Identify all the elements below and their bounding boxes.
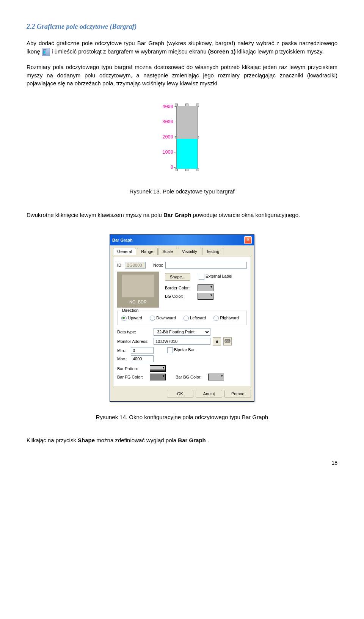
bar-bg-color-swatch[interactable] bbox=[208, 374, 224, 380]
bar-pattern-label: Bar Pattern: bbox=[117, 366, 147, 371]
shape-button[interactable]: Shape... bbox=[165, 273, 190, 281]
ok-button[interactable]: OK bbox=[167, 390, 193, 397]
figure-14-caption: Rysunek 14. Okno konfiguracyjne pola odc… bbox=[27, 413, 337, 421]
p4-e: . bbox=[207, 437, 209, 443]
p1-text-c: klikając lewym przyciskiem myszy. bbox=[237, 48, 324, 55]
bargraf-tick-label: 0 bbox=[157, 165, 173, 170]
paragraph-4: Klikając na przycisk Shape można zdefini… bbox=[27, 436, 337, 445]
data-type-select[interactable]: 32-Bit Floating Point bbox=[154, 328, 210, 336]
paragraph-3: Dwukrotne kliknięcie lewym klawiszem mys… bbox=[27, 211, 337, 219]
bargraf-tick-icon bbox=[174, 167, 176, 168]
monitor-label: Monitor Address: bbox=[117, 339, 151, 344]
direction-legend: Direction bbox=[121, 308, 140, 313]
external-label-checkbox[interactable] bbox=[199, 274, 204, 280]
dir-down-label: Downward bbox=[156, 316, 176, 320]
bargraf-tick-icon bbox=[174, 122, 176, 122]
help-button[interactable]: Pomoc bbox=[224, 390, 251, 397]
border-color-swatch[interactable] bbox=[198, 284, 213, 291]
bargraf-tick-label: 3000 bbox=[157, 119, 173, 125]
tab-scale[interactable]: Scale bbox=[158, 248, 177, 255]
figure-13-caption: Rysunek 13. Pole odczytowe typu bargraf bbox=[27, 187, 337, 196]
screen-ref: (Screen 1) bbox=[208, 48, 236, 55]
bargraph-dialog: Bar Graph ✕ General Range Scale Visibili… bbox=[110, 234, 254, 402]
note-label: Note: bbox=[153, 263, 163, 267]
bargraf-tick-label: 1000 bbox=[157, 150, 173, 155]
tab-visibility[interactable]: Visibility bbox=[178, 248, 201, 255]
id-label: ID: bbox=[117, 263, 122, 267]
shape-name: NO_BDR bbox=[129, 300, 147, 304]
dialog-titlebar[interactable]: Bar Graph ✕ bbox=[110, 235, 254, 245]
external-label-text: External Label bbox=[206, 274, 232, 278]
tab-range[interactable]: Range bbox=[137, 248, 157, 255]
cancel-button[interactable]: Anuluj bbox=[196, 390, 222, 397]
bar-bg-label: Bar BG Color: bbox=[176, 375, 206, 379]
note-field[interactable] bbox=[165, 262, 247, 269]
bargraf-tick-icon bbox=[174, 137, 176, 137]
monitor-address-field[interactable] bbox=[154, 338, 210, 345]
border-color-label: Border Color: bbox=[165, 286, 195, 290]
keyboard-icon[interactable]: ⌨ bbox=[223, 337, 232, 346]
p3-text-c: powoduje otwarcie okna konfiguracyjnego. bbox=[193, 212, 300, 218]
paragraph-2: Rozmiary pola odczytowego typu bargraf m… bbox=[27, 63, 337, 88]
close-icon[interactable]: ✕ bbox=[244, 236, 252, 244]
tabstrip: General Range Scale Visibility Testing bbox=[113, 248, 251, 255]
radio-upward[interactable] bbox=[121, 316, 127, 321]
direction-group: Direction Upward Downward Leftward Right… bbox=[117, 311, 247, 325]
min-label: Min.: bbox=[117, 348, 129, 353]
p4-b: Shape bbox=[78, 437, 95, 443]
tab-general[interactable]: General bbox=[113, 248, 136, 255]
dir-left-label: Leftward bbox=[190, 316, 206, 320]
bar-fg-label: Bar FG Color: bbox=[117, 375, 147, 379]
radio-rightward[interactable] bbox=[213, 316, 219, 321]
tab-testing[interactable]: Testing bbox=[202, 248, 224, 255]
bargraf-gauge: 4000 3000 2000 1000 0 bbox=[157, 103, 207, 175]
bar-pattern-swatch[interactable] bbox=[150, 365, 166, 372]
p4-d: Bar Graph bbox=[178, 437, 206, 443]
bipolar-checkbox[interactable] bbox=[167, 347, 173, 353]
radio-leftward[interactable] bbox=[184, 316, 189, 321]
bg-color-swatch[interactable] bbox=[198, 293, 213, 300]
shape-preview-inner bbox=[122, 275, 154, 297]
bargraf-fill bbox=[177, 139, 198, 169]
page-number: 18 bbox=[27, 460, 337, 466]
p3-text-a: Dwukrotne kliknięcie lewym klawiszem mys… bbox=[27, 212, 163, 218]
max-field[interactable] bbox=[131, 355, 154, 362]
shape-preview: NO_BDR bbox=[117, 272, 159, 308]
bargraph-tool-icon bbox=[42, 48, 50, 56]
bargraf-column bbox=[176, 106, 198, 169]
bg-color-label: BG Color: bbox=[165, 294, 195, 299]
dialog-title: Bar Graph bbox=[112, 238, 133, 242]
bargraf-tick-label: 2000 bbox=[157, 135, 173, 140]
section-heading: 2.2 Graficzne pole odczytowe (Bargraf) bbox=[27, 23, 337, 31]
dir-up-label: Upward bbox=[128, 316, 142, 320]
bargraf-tick-icon bbox=[174, 107, 176, 107]
min-field[interactable] bbox=[131, 347, 154, 354]
max-label: Max.: bbox=[117, 357, 129, 361]
figure-14: Bar Graph ✕ General Range Scale Visibili… bbox=[27, 234, 337, 402]
bar-fg-color-swatch[interactable] bbox=[150, 374, 166, 380]
figure-13: 4000 3000 2000 1000 0 bbox=[27, 103, 337, 176]
bipolar-label: Bipolar Bar bbox=[174, 348, 195, 352]
calculator-icon[interactable]: 🖩 bbox=[213, 337, 221, 346]
data-type-label: Data type: bbox=[117, 330, 151, 334]
p4-c: można zdefiniować wygląd pola bbox=[96, 437, 178, 443]
paragraph-1: Aby dodać graficzne pole odczytowe typu … bbox=[27, 39, 337, 56]
p1-text-b: i umieścić prostokąt z bargrafem w wybra… bbox=[52, 48, 208, 55]
bargraf-tick-icon bbox=[174, 152, 176, 152]
id-field bbox=[125, 262, 146, 269]
radio-downward[interactable] bbox=[150, 316, 155, 321]
p3-bold: Bar Graph bbox=[163, 212, 191, 218]
dir-right-label: Rightward bbox=[220, 316, 239, 320]
bargraf-tick-label: 4000 bbox=[157, 104, 173, 110]
p4-a: Klikając na przycisk bbox=[27, 437, 78, 443]
